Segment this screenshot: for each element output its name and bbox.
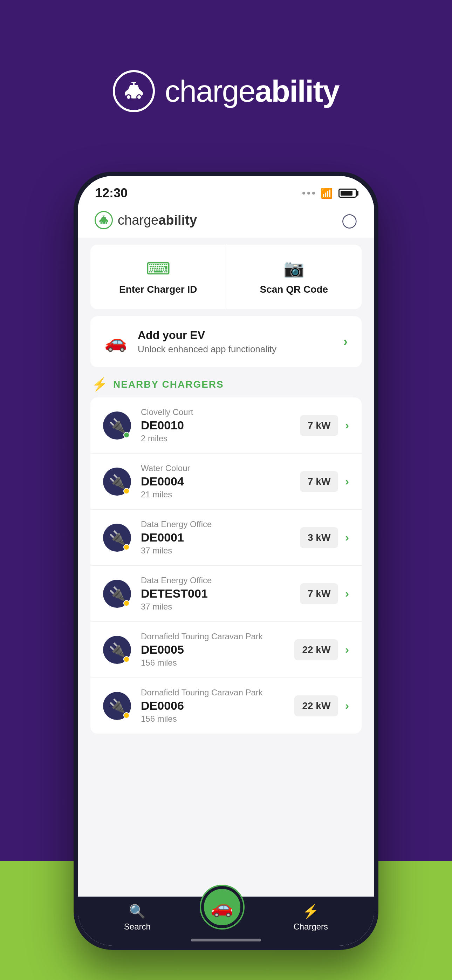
charger-list: 🔌 Clovelly Court DE0010 2 miles 7 kW (91, 398, 361, 733)
status-dot-yellow (123, 544, 130, 550)
home-bubble[interactable]: 🚗 (201, 886, 243, 928)
status-bar: 12:30 📶 (78, 176, 374, 204)
nav-search[interactable]: 🔍 Search (124, 904, 151, 932)
charger-station-icon: ⚡ (92, 377, 108, 392)
svg-point-11 (100, 222, 102, 224)
charger-chevron-icon: › (345, 475, 349, 488)
charger-id: DE0010 (141, 418, 300, 432)
charger-location: Water Colour (141, 463, 300, 473)
svg-point-5 (137, 95, 141, 99)
scan-qr-button[interactable]: 📷 Scan QR Code (226, 245, 362, 309)
charger-item[interactable]: 🔌 Data Energy Office DE0001 37 miles 3 k… (91, 510, 361, 566)
charger-distance: 37 miles (141, 546, 300, 555)
plug-icon: 🔌 (109, 586, 126, 601)
quick-actions: ⌨ Enter Charger ID 📷 Scan QR Code (91, 245, 361, 309)
search-nav-label: Search (124, 922, 151, 932)
charger-item[interactable]: 🔌 Water Colour DE0004 21 miles 7 kW (91, 453, 361, 510)
charger-right: 7 kW › (300, 471, 349, 492)
charger-distance: 2 miles (141, 434, 300, 443)
home-bar (191, 939, 261, 942)
app-header: chargeability ◯ (78, 204, 374, 238)
charger-chevron-icon: › (345, 699, 349, 712)
status-dot-yellow (123, 600, 130, 606)
kw-badge: 7 kW (300, 471, 338, 492)
charger-location: Data Energy Office (141, 576, 300, 585)
status-time: 12:30 (95, 186, 127, 200)
enter-charger-id-button[interactable]: ⌨ Enter Charger ID (91, 245, 226, 309)
charger-right: 7 kW › (300, 415, 349, 436)
charger-item[interactable]: 🔌 Dornafield Touring Caravan Park DE0006… (91, 678, 361, 733)
profile-icon[interactable]: ◯ (342, 212, 357, 228)
app-logo-text-small: chargeability (118, 213, 197, 228)
charger-id: DE0004 (141, 474, 300, 488)
status-dot-yellow (123, 656, 130, 662)
keyboard-icon: ⌨ (146, 259, 170, 278)
charger-avatar-wrap: 🔌 (103, 636, 131, 664)
charger-info: Dornafield Touring Caravan Park DE0006 1… (141, 688, 294, 724)
svg-point-3 (127, 95, 131, 99)
kw-badge: 7 kW (300, 415, 338, 436)
ev-text: Add your EV Unlock enhanced app function… (138, 329, 344, 355)
plug-icon: 🔌 (109, 642, 126, 657)
charger-chevron-icon: › (345, 531, 349, 544)
charger-right: 7 kW › (300, 583, 349, 604)
charger-avatar-wrap: 🔌 (103, 692, 131, 720)
main-logo: chargeability (113, 70, 339, 112)
charger-right: 22 kW › (294, 639, 349, 660)
plug-icon: 🔌 (109, 698, 126, 714)
nearby-header: ⚡ NEARBY CHARGERS (91, 377, 361, 392)
logo-icon (113, 70, 155, 112)
charger-id: DETEST001 (141, 587, 300, 600)
screen-content: ⌨ Enter Charger ID 📷 Scan QR Code 🚗 Add … (78, 238, 374, 897)
nearby-section: ⚡ NEARBY CHARGERS 🔌 (91, 377, 361, 733)
charger-location: Dornafield Touring Caravan Park (141, 632, 294, 641)
logo-text: chargeability (165, 73, 339, 109)
top-logo-area: chargeability (0, 0, 452, 175)
enter-charger-id-label: Enter Charger ID (119, 284, 197, 295)
add-ev-banner[interactable]: 🚗 Add your EV Unlock enhanced app functi… (91, 316, 361, 368)
charger-info: Data Energy Office DETEST001 37 miles (141, 576, 300, 612)
charger-item[interactable]: 🔌 Clovelly Court DE0010 2 miles 7 kW (91, 398, 361, 453)
charger-distance: 37 miles (141, 602, 300, 612)
kw-badge: 7 kW (300, 583, 338, 604)
ev-chevron-icon: › (344, 334, 348, 349)
charger-chevron-icon: › (345, 587, 349, 600)
charger-item[interactable]: 🔌 Data Energy Office DETEST001 37 miles … (91, 566, 361, 622)
charger-distance: 156 miles (141, 658, 294, 668)
plug-icon: 🔌 (109, 474, 126, 489)
charger-avatar-wrap: 🔌 (103, 412, 131, 439)
charger-location: Data Energy Office (141, 519, 300, 529)
charger-avatar-wrap: 🔌 (103, 468, 131, 496)
ev-title: Add your EV (138, 329, 344, 342)
charger-right: 3 kW › (300, 527, 349, 548)
car-icon: 🚗 (104, 331, 127, 353)
battery-icon (339, 189, 357, 198)
kw-badge: 3 kW (300, 527, 338, 548)
charger-right: 22 kW › (294, 695, 349, 716)
ev-subtitle: Unlock enhanced app functionality (138, 344, 344, 355)
camera-icon: 📷 (283, 259, 304, 278)
charger-chevron-icon: › (345, 643, 349, 656)
charger-info: Water Colour DE0004 21 miles (141, 463, 300, 500)
charger-item[interactable]: 🔌 Dornafield Touring Caravan Park DE0005… (91, 622, 361, 678)
home-car-icon: 🚗 (210, 897, 233, 918)
charger-id: DE0006 (141, 699, 294, 713)
nav-chargers[interactable]: ⚡ Chargers (293, 904, 328, 932)
svg-point-13 (105, 222, 107, 224)
nav-home-center[interactable]: 🚗 (201, 886, 243, 928)
search-icon: 🔍 (129, 904, 145, 919)
plug-icon: 🔌 (109, 530, 126, 546)
status-icons: 📶 (302, 188, 357, 199)
charger-distance: 21 miles (141, 490, 300, 500)
bottom-nav: 🔍 Search 🚗 ⚡ Chargers (78, 897, 374, 946)
phone-screen: 12:30 📶 (78, 176, 374, 946)
app-logo-small: chargeability (95, 211, 197, 229)
charger-info: Data Energy Office DE0001 37 miles (141, 519, 300, 555)
charger-avatar-wrap: 🔌 (103, 523, 131, 552)
charger-info: Dornafield Touring Caravan Park DE0005 1… (141, 632, 294, 668)
chargers-nav-label: Chargers (293, 922, 328, 932)
kw-badge: 22 kW (294, 695, 338, 716)
charger-id: DE0001 (141, 531, 300, 544)
lightning-icon: ⚡ (302, 904, 319, 919)
wifi-icon: 📶 (321, 188, 333, 199)
